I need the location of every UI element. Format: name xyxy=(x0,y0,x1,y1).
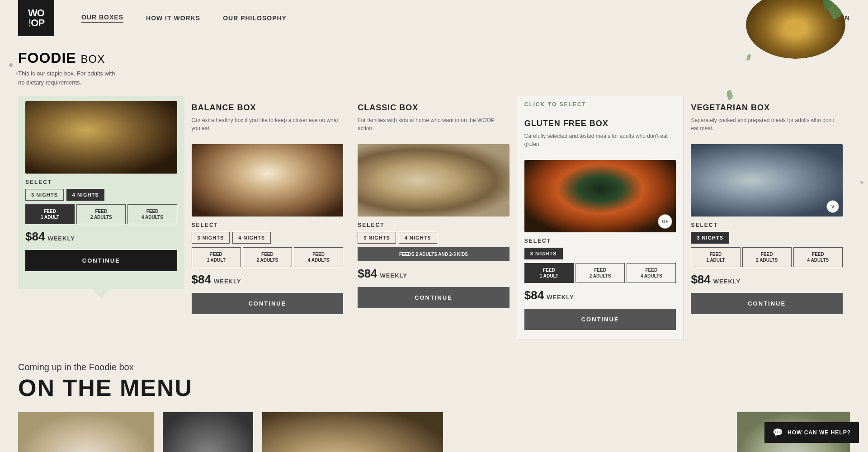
gluten-feed1-btn[interactable]: FEED1 ADULT xyxy=(524,263,574,283)
balance-feed4-btn[interactable]: FEED4 ADULTS xyxy=(294,247,343,267)
classic-4nights-btn[interactable]: 4 NIGHTS xyxy=(399,232,437,244)
foodie-card[interactable]: SELECT 3 NIGHTS 4 NIGHTS FEED1 ADULT FEE… xyxy=(18,96,184,289)
classic-select-label: SELECT xyxy=(358,222,509,228)
logo-text: WO!OP xyxy=(28,8,44,28)
classic-food-image xyxy=(358,144,509,217)
click-to-select-banner[interactable]: CLICK TO SELECT xyxy=(517,96,684,112)
nav-our-boxes[interactable]: OUR BOXES xyxy=(81,14,123,23)
gluten-nights-row: 3 NIGHTS xyxy=(524,248,676,259)
foodie-nights-row: 3 NIGHTS 4 NIGHTS xyxy=(25,189,177,201)
vegetarian-3nights-btn[interactable]: 3 NIGHTS xyxy=(691,232,729,244)
vegetarian-feed1-btn[interactable]: FEED1 ADULT xyxy=(691,247,740,267)
balance-continue-btn[interactable]: CONTINUE xyxy=(192,293,344,314)
foodie-adults-row: FEED1 ADULT FEED2 ADULTS FEED4 ADULTS xyxy=(25,204,177,224)
nav-how-it-works[interactable]: HOW IT WORKS xyxy=(146,14,200,22)
menu-image-1 xyxy=(18,412,154,452)
foodie-3nights-btn[interactable]: 3 NIGHTS xyxy=(25,189,64,201)
balance-feed2-btn[interactable]: FEED2 ADULTS xyxy=(243,247,292,267)
balance-feed1-btn[interactable]: FEED1 ADULT xyxy=(192,247,241,267)
gluten-free-title: GLUTEN FREE BOX xyxy=(524,119,676,128)
balance-select-label: SELECT xyxy=(192,222,344,228)
balance-price: $84 WEEKLY xyxy=(192,273,344,287)
cards-container: SELECT 3 NIGHTS 4 NIGHTS FEED1 ADULT FEE… xyxy=(18,96,850,339)
classic-price: $84 WEEKLY xyxy=(358,267,509,281)
vegetarian-food-image: V xyxy=(691,144,843,217)
v-badge: V xyxy=(826,200,839,213)
balance-adults-row: FEED1 ADULT FEED2 ADULTS FEED4 ADULTS xyxy=(192,247,344,267)
gluten-feed4-btn[interactable]: FEED4 ADULTS xyxy=(627,263,676,283)
classic-feeds-wide-btn[interactable]: FEEDS 2 ADULTS AND 2-3 KIDS xyxy=(358,247,509,261)
page-title: FOODIE BOX xyxy=(18,50,850,66)
foodie-continue-btn[interactable]: CONTINUE xyxy=(25,250,177,271)
header: WO!OP OUR BOXES HOW IT WORKS OUR PHILOSO… xyxy=(0,0,868,36)
gluten-3nights-btn[interactable]: 3 NIGHTS xyxy=(524,248,563,259)
foodie-header: FOODIE BOX This is our staple box. For a… xyxy=(18,50,850,87)
foodie-feed4-btn[interactable]: FEED4 ADULTS xyxy=(127,204,177,224)
deco-dot-1 xyxy=(9,63,13,67)
gluten-feed2-btn[interactable]: FEED2 ADULTS xyxy=(576,263,625,283)
classic-card[interactable]: CLASSIC BOX For families with kids at ho… xyxy=(350,96,517,317)
nav-our-philosophy[interactable]: OUR PHILOSOPHY xyxy=(223,14,287,22)
click-to-select-label: CLICK TO SELECT xyxy=(524,101,586,108)
foodie-4nights-btn[interactable]: 4 NIGHTS xyxy=(66,189,105,201)
on-the-menu-title: ON THE MENU xyxy=(18,374,850,401)
gluten-adults-row: FEED1 ADULT FEED2 ADULTS FEED4 ADULTS xyxy=(524,263,676,283)
deco-dot-3 xyxy=(860,181,863,184)
classic-adults-row: FEEDS 2 ADULTS AND 2-3 KIDS xyxy=(358,247,509,261)
balance-nights-row: 3 NIGHTS 4 NIGHTS xyxy=(192,232,344,244)
menu-images xyxy=(18,412,850,452)
gluten-free-card[interactable]: CLICK TO SELECT GLUTEN FREE BOX Carefull… xyxy=(517,96,684,339)
foodie-food-image xyxy=(25,101,177,174)
vegetarian-continue-btn[interactable]: CONTINUE xyxy=(691,293,843,314)
foodie-feed1-btn[interactable]: FEED1 ADULT xyxy=(25,204,75,224)
deco-dot-2 xyxy=(16,72,18,75)
bottom-section: Coming up in the Foodie box ON THE MENU xyxy=(0,339,868,452)
vegetarian-feed4-btn[interactable]: FEED4 ADULTS xyxy=(793,247,843,267)
gluten-select-label: SELECT xyxy=(524,238,676,244)
vegetarian-title: VEGETARIAN BOX xyxy=(691,103,843,113)
vegetarian-nights-row: 3 NIGHTS xyxy=(691,232,843,244)
chat-label: HOW CAN WE HELP? xyxy=(788,429,851,436)
vegetarian-adults-row: FEED1 ADULT FEED2 ADULTS FEED4 ADULTS xyxy=(691,247,843,267)
gf-badge: GF xyxy=(658,214,672,229)
vegetarian-select-label: SELECT xyxy=(691,222,843,228)
classic-nights-row: 3 NIGHTS 4 NIGHTS xyxy=(358,232,509,244)
classic-continue-btn[interactable]: CONTINUE xyxy=(358,287,509,308)
vegetarian-desc: Separately cooked and prepared meals for… xyxy=(691,116,843,139)
balance-desc: Our extra healthy box if you like to kee… xyxy=(192,116,344,139)
menu-image-3 xyxy=(262,412,443,452)
classic-3nights-btn[interactable]: 3 NIGHTS xyxy=(358,232,396,244)
foodie-select-label: SELECT xyxy=(25,179,177,185)
balance-4nights-btn[interactable]: 4 NIGHTS xyxy=(232,232,271,244)
gluten-price: $84 WEEKLY xyxy=(524,288,676,302)
classic-title: CLASSIC BOX xyxy=(358,103,509,113)
coming-up-label: Coming up in the Foodie box xyxy=(18,362,850,372)
foodie-feed2-btn[interactable]: FEED2 ADULTS xyxy=(76,204,126,224)
main-nav: OUR BOXES HOW IT WORKS OUR PHILOSOPHY xyxy=(81,14,287,23)
gluten-free-desc: Carefully selected and tested meals for … xyxy=(524,132,676,155)
vegetarian-feed2-btn[interactable]: FEED2 ADULTS xyxy=(742,247,792,267)
gluten-continue-btn[interactable]: CONTINUE xyxy=(524,309,676,330)
balance-card[interactable]: BALANCE BOX Our extra healthy box if you… xyxy=(184,96,351,323)
chat-widget[interactable]: 💬 HOW CAN WE HELP? xyxy=(764,422,859,443)
foodie-description: This is our staple box. For adults with … xyxy=(18,69,118,87)
classic-desc: For families with kids at home who want … xyxy=(358,116,509,139)
balance-3nights-btn[interactable]: 3 NIGHTS xyxy=(192,232,230,244)
vegetarian-price: $84 WEEKLY xyxy=(691,273,843,287)
foodie-price: $84 WEEKLY xyxy=(25,230,177,244)
menu-image-2 xyxy=(163,412,253,452)
logo[interactable]: WO!OP xyxy=(18,0,54,36)
selected-arrow xyxy=(92,289,110,298)
chat-icon: 💬 xyxy=(773,428,783,438)
balance-food-image xyxy=(192,144,344,217)
balance-title: BALANCE BOX xyxy=(192,103,344,113)
main-section: FOODIE BOX This is our staple box. For a… xyxy=(0,36,868,339)
vegetarian-card[interactable]: VEGETARIAN BOX Separately cooked and pre… xyxy=(684,96,850,323)
gluten-food-image: GF xyxy=(524,160,676,232)
